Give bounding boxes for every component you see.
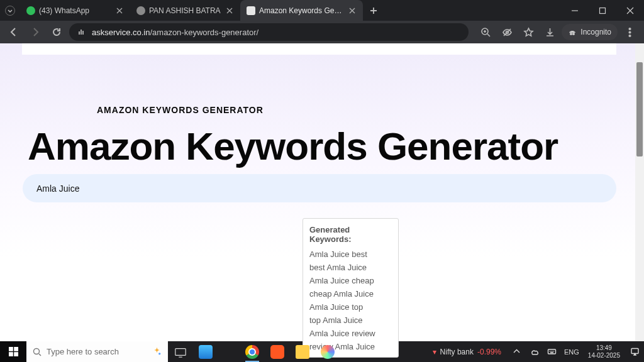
task-view-button[interactable] xyxy=(168,341,193,362)
svg-rect-7 xyxy=(14,347,18,351)
close-icon[interactable] xyxy=(225,6,234,15)
chrome-app-icon[interactable] xyxy=(240,341,265,362)
whatsapp-icon xyxy=(26,6,35,15)
generated-keywords-panel: Generated Keywords: Amla Juice bestbest … xyxy=(303,218,399,358)
breadcrumb-tagline: AMAZON KEYWORDS GENERATOR xyxy=(97,105,264,115)
incognito-badge[interactable]: Incognito xyxy=(562,24,618,40)
eye-off-icon[interactable] xyxy=(497,23,516,41)
tab-whatsapp[interactable]: (43) WhatsApp xyxy=(20,0,130,21)
keyword-item: best Amla Juice xyxy=(309,261,392,274)
url-text: askservice.co.in/amazon-keywords-generat… xyxy=(92,28,258,37)
back-button[interactable] xyxy=(5,23,23,41)
svg-rect-13 xyxy=(548,349,555,354)
browser-menu-icon[interactable] xyxy=(620,23,639,41)
minimize-button[interactable] xyxy=(561,0,589,21)
keyword-item: Amla Juice best xyxy=(309,248,392,261)
taskbar-search[interactable]: Type here to search xyxy=(26,341,168,362)
keyword-item: Amla Juice cheap xyxy=(309,274,392,287)
page-content: AMAZON KEYWORDS GENERATOR Amazon Keyword… xyxy=(0,43,644,341)
maximize-button[interactable] xyxy=(589,0,616,21)
stock-ticker[interactable]: ▾ Nifty bank -0.99% xyxy=(426,348,508,356)
microsoft-store-icon[interactable] xyxy=(193,341,218,362)
keyword-input[interactable]: Amla Juice xyxy=(23,174,616,202)
new-tab-button[interactable] xyxy=(365,3,382,19)
tab-amazon-keywords[interactable]: Amazon Keywords Generator xyxy=(240,0,363,21)
brave-app-icon[interactable] xyxy=(265,341,290,362)
keyword-item: top Amla Juice xyxy=(309,314,392,327)
ticker-delta: -0.99% xyxy=(477,348,501,356)
top-banner-fragment xyxy=(22,43,616,55)
tab-search-button[interactable] xyxy=(5,6,15,16)
language-indicator[interactable]: ENG xyxy=(560,348,583,356)
window-controls xyxy=(561,0,644,21)
svg-point-10 xyxy=(34,348,40,354)
svg-rect-0 xyxy=(600,8,606,13)
search-icon xyxy=(33,348,42,356)
site-icon xyxy=(247,6,255,15)
svg-rect-12 xyxy=(175,348,186,355)
keyword-item: cheap Amla Juice xyxy=(309,287,392,300)
start-button[interactable] xyxy=(0,341,26,362)
browser-tab-strip: (43) WhatsApp PAN ASHISH BATRA Amazon Ke… xyxy=(0,0,644,21)
scrollbar-thumb[interactable] xyxy=(636,62,643,156)
address-bar[interactable]: askservice.co.in/amazon-keywords-generat… xyxy=(69,23,469,41)
bookmark-star-icon[interactable] xyxy=(519,23,538,41)
taskbar-apps xyxy=(168,341,340,362)
down-arrow-icon: ▾ xyxy=(433,348,436,356)
keyword-input-value: Amla Juice xyxy=(36,184,79,194)
page-title: Amazon Keywords Generator xyxy=(28,124,558,168)
close-window-button[interactable] xyxy=(616,0,644,21)
close-icon[interactable] xyxy=(115,6,124,15)
ticker-label: Nifty bank xyxy=(440,348,474,356)
clock[interactable]: 13:49 14-02-2025 xyxy=(583,344,625,359)
system-tray: ▾ Nifty bank -0.99% ENG 13:49 14-02-2025 xyxy=(426,341,644,362)
explorer-app-icon[interactable] xyxy=(290,341,315,362)
svg-rect-9 xyxy=(14,352,18,356)
tab-label: (43) WhatsApp xyxy=(39,6,111,15)
keyword-item: Amla Juice review xyxy=(309,327,392,340)
svg-point-4 xyxy=(629,31,631,33)
svg-point-3 xyxy=(629,28,631,30)
download-icon[interactable] xyxy=(540,23,559,41)
sparkle-icon xyxy=(152,347,162,356)
browser-toolbar: askservice.co.in/amazon-keywords-generat… xyxy=(0,21,644,43)
zoom-icon[interactable] xyxy=(476,23,495,41)
tab-pan[interactable]: PAN ASHISH BATRA xyxy=(130,0,240,21)
results-header: Generated Keywords: xyxy=(309,225,392,244)
keyword-item: Amla Juice top xyxy=(309,300,392,314)
taskbar-search-placeholder: Type here to search xyxy=(47,347,119,356)
windows-taskbar: Type here to search ▾ Nifty bank -0.99% … xyxy=(0,341,644,362)
copilot-app-icon[interactable] xyxy=(315,341,340,362)
tray-expand-icon[interactable] xyxy=(508,341,525,362)
scrollbar-track[interactable] xyxy=(635,43,644,341)
close-icon[interactable] xyxy=(348,6,357,15)
forward-button[interactable] xyxy=(26,23,44,41)
reload-button[interactable] xyxy=(48,23,65,41)
notifications-icon[interactable] xyxy=(625,347,644,356)
onedrive-icon[interactable] xyxy=(525,341,543,362)
tab-label: Amazon Keywords Generator xyxy=(259,6,344,15)
svg-rect-6 xyxy=(9,347,13,351)
svg-point-11 xyxy=(158,353,160,354)
globe-icon xyxy=(136,6,145,15)
svg-rect-8 xyxy=(9,352,13,356)
svg-point-5 xyxy=(629,35,631,36)
site-info-icon[interactable] xyxy=(75,26,87,38)
keyboard-icon[interactable] xyxy=(543,341,560,362)
tab-label: PAN ASHISH BATRA xyxy=(149,6,221,15)
